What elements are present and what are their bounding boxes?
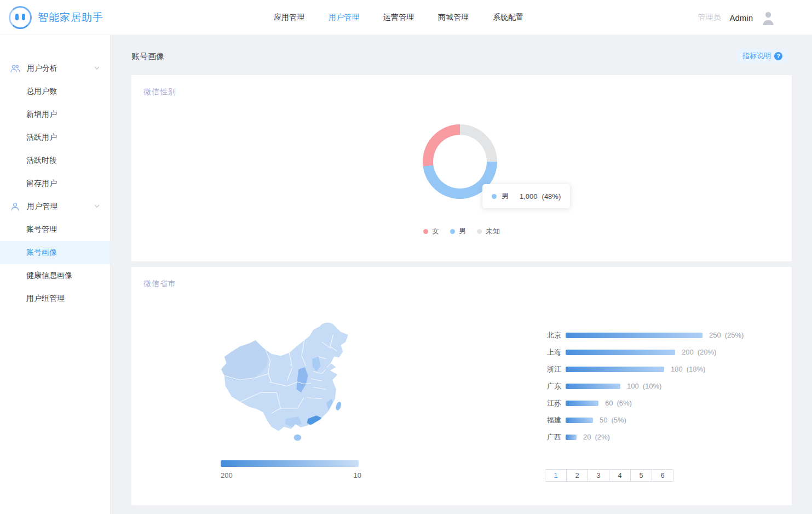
bar-row-3: 广东100(10%) (545, 378, 786, 395)
bar-percent-label: (25%) (725, 331, 744, 339)
tooltip-series-percent: (48%) (542, 192, 561, 201)
admin-cluster: 管理员 Admin (698, 0, 775, 35)
map-scale-min-label: 10 (350, 471, 361, 479)
wechat-province-card: 微信省市 (131, 267, 792, 505)
admin-name[interactable]: Admin (729, 13, 753, 22)
bar-category-label: 广东 (545, 381, 561, 391)
legend-item-0[interactable]: 女 (423, 226, 439, 236)
bar-category-label: 上海 (545, 347, 561, 357)
legend-label: 未知 (486, 226, 500, 236)
app-logo-icon (9, 6, 32, 29)
nav-item-1[interactable]: 用户管理 (329, 13, 359, 22)
bar[interactable] (566, 401, 598, 406)
tooltip-series-dot (492, 194, 497, 199)
legend-label: 男 (459, 226, 466, 236)
chart-tooltip: 男 1,000 (48%) (482, 184, 570, 208)
province-card-title: 微信省市 (143, 279, 176, 289)
bar[interactable] (566, 418, 593, 423)
bar-category-label: 广西 (545, 432, 561, 442)
bar[interactable] (566, 384, 620, 389)
brand: 智能家居助手 (9, 6, 103, 29)
nav-item-4[interactable]: 系统配置 (493, 13, 523, 22)
gender-legend: 女男未知 (131, 226, 792, 236)
pagination: 123456 (545, 469, 673, 482)
legend-item-1[interactable]: 男 (450, 226, 466, 236)
page-button-2[interactable]: 2 (566, 469, 588, 482)
sidebar-item-0-1[interactable]: 新增用户 (0, 103, 110, 126)
page-button-6[interactable]: 6 (652, 469, 673, 482)
sidebar-item-0-2[interactable]: 活跃用户 (0, 126, 110, 149)
sidebar-item-0-3[interactable]: 活跃时段 (0, 149, 110, 172)
bar[interactable] (566, 333, 702, 338)
bar[interactable] (566, 367, 664, 372)
sidebar-group-label: 用户管理 (27, 202, 94, 212)
bar-percent-label: (2%) (595, 433, 609, 441)
gender-card-title: 微信性别 (143, 87, 176, 97)
app-title: 智能家居助手 (38, 10, 103, 25)
bar-row-5: 福建50(5%) (545, 412, 786, 429)
bar-percent-label: (18%) (687, 365, 706, 373)
bar-row-0: 北京250(25%) (545, 327, 786, 344)
bar-category-label: 北京 (545, 330, 561, 340)
sidebar-group-1[interactable]: 用户管理 (0, 195, 110, 218)
map-visual-scale (221, 460, 359, 467)
bar-row-6: 广西20(2%) (545, 429, 786, 446)
sidebar-group-label: 用户分析 (27, 64, 94, 73)
nav-item-2[interactable]: 运营管理 (383, 13, 414, 22)
legend-dot-icon (450, 229, 455, 234)
bar[interactable] (566, 350, 675, 355)
bar-value-label: 180 (671, 365, 683, 373)
hainan-island (294, 435, 301, 441)
map-scale-max-label: 200 (221, 471, 233, 479)
bar-percent-label: (5%) (611, 416, 626, 424)
question-circle-icon (774, 52, 782, 60)
sidebar-item-1-2[interactable]: 健康信息画像 (0, 264, 110, 287)
sidebar-group-0[interactable]: 用户分析 (0, 57, 110, 80)
sidebar-item-1-3[interactable]: 用户组管理 (0, 287, 110, 310)
bar-row-4: 江苏60(6%) (545, 395, 786, 412)
bar-category-label: 福建 (545, 415, 561, 425)
admin-role-label: 管理员 (698, 13, 721, 22)
legend-item-2[interactable]: 未知 (477, 226, 500, 236)
chevron-down-icon (94, 64, 100, 73)
nav-item-3[interactable]: 商城管理 (438, 13, 469, 22)
legend-dot-icon (423, 229, 428, 234)
user-management-icon (10, 202, 21, 212)
bar-value-label: 100 (627, 382, 639, 390)
sidebar-item-0-0[interactable]: 总用户数 (0, 80, 110, 103)
taiwan-island (335, 401, 342, 411)
top-nav: 应用管理用户管理运营管理商城管理系统配置 (274, 0, 523, 35)
bar-value-label: 60 (605, 399, 613, 407)
avatar-icon[interactable] (762, 10, 775, 25)
legend-label: 女 (432, 226, 439, 236)
chevron-down-icon (94, 202, 100, 212)
bar-value-label: 50 (600, 416, 607, 424)
china-map[interactable] (218, 319, 361, 445)
province-bar-chart: 北京250(25%)上海200(20%)浙江180(18%)广东100(10%)… (545, 327, 786, 446)
bar-percent-label: (20%) (698, 348, 717, 356)
page-title: 账号画像 (131, 52, 164, 62)
bar-value-label: 20 (583, 433, 591, 441)
metric-help-label: 指标说明 (742, 51, 771, 61)
page-button-4[interactable]: 4 (609, 469, 631, 482)
bar-category-label: 浙江 (545, 364, 561, 374)
china-map-wrap (218, 319, 361, 445)
page-button-1[interactable]: 1 (545, 469, 567, 482)
bar-category-label: 江苏 (545, 398, 561, 408)
nav-item-0[interactable]: 应用管理 (274, 13, 304, 22)
metric-help-button[interactable]: 指标说明 (737, 49, 788, 63)
page-button-3[interactable]: 3 (588, 469, 609, 482)
bar[interactable] (566, 435, 577, 440)
tooltip-series-name: 男 (502, 191, 509, 201)
page-button-5[interactable]: 5 (630, 469, 652, 482)
bar-percent-label: (10%) (643, 382, 662, 390)
main-content: 账号画像 指标说明 微信性别 男 1,000 (48%) 女男未知 微信省市 (111, 35, 812, 514)
sidebar-item-1-1[interactable]: 账号画像 (0, 241, 110, 264)
sidebar-item-1-0[interactable]: 账号管理 (0, 218, 110, 241)
bar-value-label: 250 (709, 331, 721, 339)
sidebar-item-0-4[interactable]: 留存用户 (0, 172, 110, 195)
bar-row-1: 上海200(20%) (545, 344, 786, 361)
bar-value-label: 200 (682, 348, 694, 356)
top-bar: 智能家居助手 应用管理用户管理运营管理商城管理系统配置 管理员 Admin (0, 0, 812, 35)
wechat-gender-card: 微信性别 男 1,000 (48%) 女男未知 (131, 75, 792, 261)
